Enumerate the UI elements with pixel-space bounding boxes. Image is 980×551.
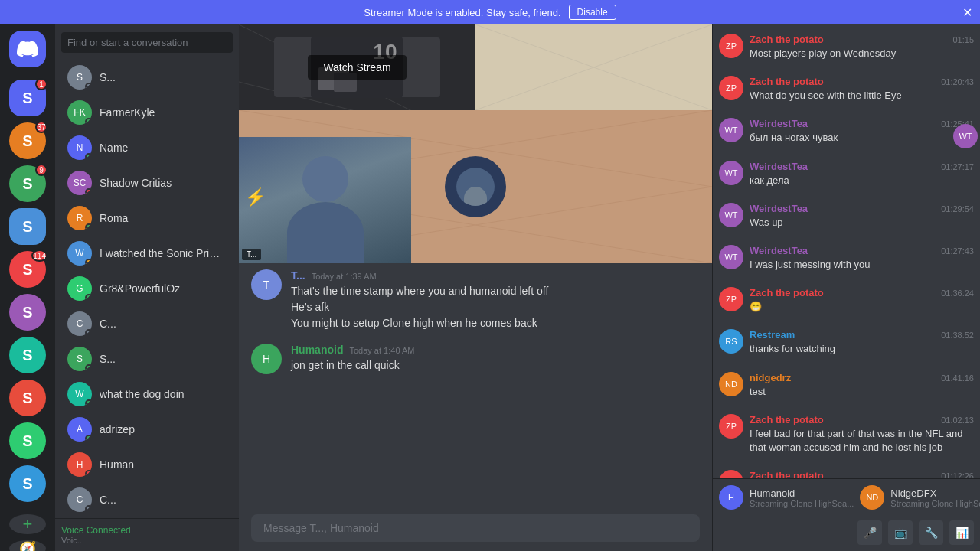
message-avatar-t: T — [251, 269, 282, 300]
chat-msg-1: ZP Zach the potato 01:20:43 What do you … — [719, 73, 974, 106]
right-icons-row: 🎤 📺 🔧 📊 — [719, 520, 974, 545]
message-line-3: You might to setup Clone high when he co… — [291, 315, 700, 331]
streaming-avatar-nidgedfx: ND — [860, 485, 884, 510]
status-dot-whatthedog — [85, 399, 92, 406]
chat-msg-time-weirdest-3: 01:29:54 — [941, 204, 974, 214]
chat-msg-avatar-weirdest-2: WT — [719, 161, 743, 185]
chat-msg-text-weirdest-2: как дела — [750, 174, 974, 187]
watch-stream-button[interactable]: Watch Stream — [308, 55, 406, 80]
dm-item-watched[interactable]: W I watched the Sonic Prime 2 s... — [61, 236, 233, 270]
dm-list: S S... FK FarmerKyle N Name — [55, 60, 239, 518]
chat-input-box[interactable]: Message T..., Humanoid — [251, 514, 700, 542]
chat-msg-weirdest-3: WT WeirdestTea 01:29:54 Was up — [719, 200, 974, 233]
chat-msg-avatar-zach-nfl: ZP — [719, 414, 743, 439]
dm-item-gr8[interactable]: G Gr8&PowerfulOz — [61, 272, 233, 305]
chat-msg-author-zach-nfl: Zach the potato — [750, 414, 824, 425]
server-icon-9[interactable]: S — [9, 422, 46, 459]
dm-avatar-c1: C — [67, 311, 92, 336]
chat-msg-text-1: What do you see with the little Eye — [750, 89, 974, 103]
server-icon-8[interactable]: S — [9, 380, 46, 416]
decorative-lines-tr — [475, 24, 712, 110]
chat-msg-avatar-weirdest-3: WT — [719, 203, 743, 227]
streaming-user-nidgedfx: ND NidgeDFX Streaming Clone HighSea... — [860, 485, 980, 510]
discord-home-icon[interactable] — [9, 31, 46, 67]
dm-name-shadow: Shadow Critias — [100, 177, 227, 189]
voice-connected-label: Voice Connected — [61, 525, 233, 536]
dm-item-0[interactable]: S S... — [61, 60, 233, 94]
explore-button[interactable]: 🧭 — [9, 540, 46, 551]
stream-thumbnail-container: 10 Watch Stream — [274, 37, 439, 97]
dm-item-roma[interactable]: R Roma — [61, 201, 233, 235]
chat-msg-author-weirdest-4: WeirdestTea — [750, 245, 808, 256]
dm-item-c1[interactable]: C C... — [61, 307, 233, 341]
dm-search-input[interactable] — [61, 32, 233, 53]
chat-msg-body-zach-punter: Zach the potato 01:12:26 punter — [750, 470, 974, 478]
dm-search-area — [55, 24, 239, 60]
dm-item-shadow[interactable]: SC Shadow Critias — [61, 166, 233, 200]
dm-item-name[interactable]: N Name — [61, 131, 233, 165]
status-dot-c2 — [85, 505, 92, 512]
disable-button[interactable]: Disable — [569, 5, 616, 20]
dm-name-c1: C... — [100, 318, 227, 330]
voice-channel-name: Voic... — [61, 536, 233, 545]
chat-msg-text-zach-nfl: I feel bad for that part of that was in … — [750, 427, 974, 455]
chat-msg-header-nidgedrz: nidgedrz 01:41:16 — [750, 372, 974, 383]
chat-secondary-avatar: WT — [953, 124, 978, 148]
dm-avatar-watched: W — [67, 241, 92, 266]
dm-sidebar: S S... FK FarmerKyle N Name — [55, 24, 239, 551]
server-badge-5: S 114 — [9, 251, 46, 294]
dm-avatar-farmerkyle: FK — [67, 100, 92, 125]
stream-panel-top-left: 10 Watch Stream — [239, 24, 475, 110]
badge-5: 114 — [31, 249, 47, 262]
server-badge-2: S 37 — [9, 122, 46, 165]
lightning-icon: ⚡ — [245, 187, 266, 207]
chat-msg-author-weirdest-2: WeirdestTea — [750, 161, 808, 172]
dm-name-adrizep: adrizep — [100, 423, 227, 435]
server-badge-3: S 9 — [9, 165, 46, 208]
server-icon-10[interactable]: S — [9, 465, 46, 502]
settings-icon-button[interactable]: 🔧 — [919, 520, 943, 545]
dm-item-adrizep[interactable]: A adrizep — [61, 412, 233, 446]
dm-item-farmerkyle[interactable]: FK FarmerKyle — [61, 96, 233, 129]
chat-msg-header-1: Zach the potato 01:20:43 — [750, 76, 974, 87]
chat-msg-author-weirdest: WeirdestTea — [750, 118, 808, 129]
chat-msg-body-zach-emoji: Zach the potato 01:36:24 😁 — [750, 287, 974, 314]
server-icon-4[interactable]: S — [9, 208, 46, 245]
chat-msg-header-0: Zach the potato 01:15 — [750, 34, 974, 45]
dm-item-whatthedog[interactable]: W what the dog doin — [61, 377, 233, 411]
dm-avatar-adrizep: A — [67, 417, 92, 442]
dm-name-roma: Roma — [100, 212, 227, 224]
status-dot-watched — [85, 259, 92, 266]
message-author-t: T... — [291, 269, 305, 282]
chat-msg-body-weirdest-4: WeirdestTea 01:27:43 I was just messing … — [750, 245, 974, 272]
chat-msg-author-zach-emoji: Zach the potato — [750, 287, 824, 298]
server-icon-7[interactable]: S — [9, 337, 46, 373]
dm-item-s1[interactable]: S S... — [61, 342, 233, 376]
server-icon-6[interactable]: S — [9, 294, 46, 331]
message-content-t: T... Today at 1:39 AM That's the time st… — [291, 269, 700, 331]
status-dot-farmerkyle — [85, 118, 92, 125]
chat-msg-avatar-restream: RS — [719, 329, 743, 354]
dm-messages-area: T T... Today at 1:39 AM That's the time … — [239, 263, 712, 514]
chat-msg-time-weirdest-2: 01:27:17 — [941, 162, 974, 171]
message-time-humanoid: Today at 1:40 AM — [349, 346, 414, 355]
chat-msg-nidgedrz: ND nidgedrz 01:41:16 test — [719, 369, 974, 402]
activity-icon-button[interactable]: 📊 — [949, 520, 974, 545]
chat-msg-zach-punter: ZP Zach the potato 01:12:26 punter — [719, 467, 974, 478]
svg-line-3 — [475, 24, 712, 110]
dm-name-gr8: Gr8&PowerfulOz — [100, 282, 227, 295]
mic-icon-button[interactable]: 🎤 — [858, 520, 882, 545]
chat-msg-time-nidgedrz: 01:41:16 — [941, 373, 974, 383]
right-bottom-area: H Humanoid Streaming Clone HighSea... ND… — [713, 478, 980, 551]
dm-name-watched: I watched the Sonic Prime 2 s... — [100, 247, 227, 259]
chat-msg-restream: RS Restream 01:38:52 thanks for watching — [719, 326, 974, 359]
streaming-name-humanoid: Humanoid — [750, 487, 854, 499]
close-icon[interactable]: ✕ — [962, 5, 972, 20]
chat-msg-body-zach-nfl: Zach the potato 01:02:13 I feel bad for … — [750, 414, 974, 455]
dm-item-human[interactable]: H Human — [61, 448, 233, 481]
message-author-humanoid: Humanoid — [291, 344, 343, 356]
add-server-button[interactable]: + — [9, 514, 46, 534]
dm-item-c2[interactable]: C C... — [61, 483, 233, 517]
screen-icon-button[interactable]: 📺 — [888, 520, 913, 545]
dm-name-farmerkyle: FarmerKyle — [100, 106, 227, 119]
